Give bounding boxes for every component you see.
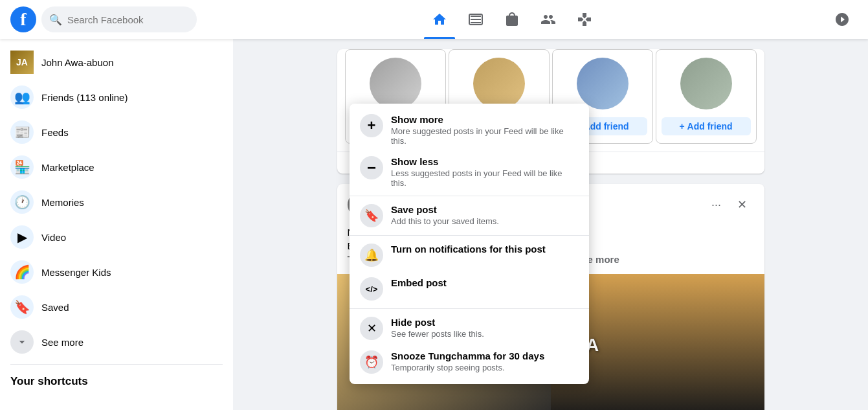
user-avatar: JA: [10, 51, 34, 74]
sidebar-see-more-label: See more: [41, 337, 83, 348]
show-more-icon: +: [360, 114, 383, 137]
friend-avatar-1: [370, 58, 421, 109]
dropdown-item-save-post[interactable]: 🔖 Save post Add this to your saved items…: [350, 199, 589, 233]
save-post-icon: 🔖: [360, 204, 383, 227]
dropdown-item-notifications[interactable]: 🔔 Turn on notifications for this post: [350, 238, 589, 272]
hide-post-icon: ✕: [360, 317, 383, 340]
sidebar-user-name: John Awa-abuon: [41, 57, 113, 68]
sidebar-marketplace-label: Marketplace: [41, 162, 95, 173]
notifications-title: Turn on notifications for this post: [391, 244, 579, 255]
dropdown-divider-3: [350, 308, 589, 309]
add-friend-button-4[interactable]: + Add friend: [662, 117, 751, 135]
memories-icon: 🕐: [10, 190, 34, 214]
sidebar-memories-label: Memories: [41, 197, 84, 208]
dropdown-divider-1: [350, 196, 589, 196]
snooze-icon: ⏰: [360, 350, 383, 374]
nav-gaming-button[interactable]: [569, 4, 600, 35]
sidebar-friends-label: Friends (113 online): [41, 92, 128, 103]
saved-icon: 🔖: [10, 295, 34, 319]
friend-avatar-2: [473, 58, 525, 109]
show-less-title: Show less: [391, 156, 579, 167]
search-icon: 🔍: [49, 14, 62, 26]
sidebar-divider: [10, 364, 223, 365]
dropdown-divider-2: [350, 235, 589, 236]
sidebar-item-see-more[interactable]: See more: [5, 325, 228, 359]
sidebar-item-saved[interactable]: 🔖 Saved: [5, 290, 228, 324]
nav-center-icons: [197, 4, 827, 35]
snooze-subtitle: Temporarily stop seeing posts.: [391, 363, 579, 372]
show-less-icon: −: [360, 156, 383, 179]
show-less-subtitle: Less suggested posts in your Feed will b…: [391, 168, 579, 188]
post-more-options-button[interactable]: ···: [705, 193, 728, 216]
nav-watch-button[interactable]: [460, 4, 491, 35]
search-input[interactable]: [67, 14, 189, 25]
show-more-subtitle: More suggested posts in your Feed will b…: [391, 126, 579, 146]
post-options-dropdown: + Show more More suggested posts in your…: [350, 104, 589, 384]
save-post-title: Save post: [391, 204, 579, 215]
nav-profile-button[interactable]: [827, 4, 858, 35]
nav-marketplace-button[interactable]: [496, 4, 528, 35]
sidebar-video-label: Video: [41, 232, 66, 243]
dropdown-item-snooze[interactable]: ⏰ Snooze Tungchamma for 30 days Temporar…: [350, 345, 589, 379]
see-more-icon: [10, 330, 34, 354]
search-bar[interactable]: 🔍: [41, 6, 197, 32]
sidebar-item-friends[interactable]: 👥 Friends (113 online): [5, 80, 228, 114]
feeds-icon: 📰: [10, 120, 34, 144]
sidebar-item-memories[interactable]: 🕐 Memories: [5, 185, 228, 219]
post-header-actions: ··· ✕: [705, 193, 754, 216]
dropdown-item-embed[interactable]: </> Embed post: [350, 272, 589, 306]
snooze-title: Snooze Tungchamma for 30 days: [391, 350, 579, 361]
hide-post-subtitle: See fewer posts like this.: [391, 329, 579, 339]
shortcuts-title: Your shortcuts: [0, 370, 233, 391]
sidebar-item-marketplace[interactable]: 🏪 Marketplace: [5, 150, 228, 184]
notifications-icon: 🔔: [360, 244, 383, 267]
sidebar-feeds-label: Feeds: [41, 127, 69, 138]
friend-avatar-3: [577, 58, 629, 109]
video-icon: ▶: [10, 225, 34, 249]
sidebar-user-profile[interactable]: JA John Awa-abuon: [5, 45, 228, 79]
friends-icon: 👥: [10, 85, 34, 109]
show-more-title: Show more: [391, 114, 579, 125]
marketplace-icon: 🏪: [10, 155, 34, 179]
nav-right-icons: [827, 4, 858, 35]
embed-icon: </>: [360, 277, 383, 301]
top-navigation: f 🔍: [0, 0, 868, 39]
friend-suggestion-4: + Add friend: [656, 49, 757, 144]
sidebar-messenger-kids-label: Messenger Kids: [41, 267, 111, 278]
save-post-subtitle: Add this to your saved items.: [391, 216, 579, 226]
nav-home-button[interactable]: [424, 4, 455, 35]
messenger-kids-icon: 🌈: [10, 260, 34, 284]
sidebar-item-video[interactable]: ▶ Video: [5, 220, 228, 254]
post-close-button[interactable]: ✕: [731, 193, 754, 216]
embed-title: Embed post: [391, 277, 579, 288]
dropdown-item-show-less[interactable]: − Show less Less suggested posts in your…: [350, 151, 589, 193]
dropdown-item-show-more[interactable]: + Show more More suggested posts in your…: [350, 109, 589, 151]
facebook-logo: f: [10, 6, 36, 32]
sidebar-item-messenger-kids[interactable]: 🌈 Messenger Kids: [5, 255, 228, 289]
dropdown-item-hide-post[interactable]: ✕ Hide post See fewer posts like this.: [350, 312, 589, 345]
nav-friends-button[interactable]: [533, 4, 564, 35]
sidebar-item-feeds[interactable]: 📰 Feeds: [5, 115, 228, 149]
hide-post-title: Hide post: [391, 317, 579, 328]
friend-avatar-4: [680, 58, 732, 109]
left-sidebar: JA John Awa-abuon 👥 Friends (113 online)…: [0, 39, 233, 410]
sidebar-saved-label: Saved: [41, 302, 69, 313]
